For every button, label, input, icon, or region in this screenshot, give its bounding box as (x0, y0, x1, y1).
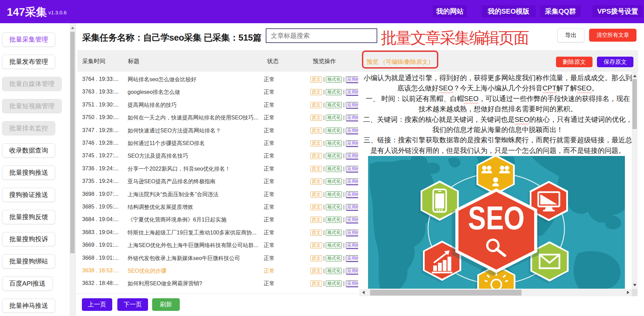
svg-text:SEO: SEO (468, 199, 525, 236)
